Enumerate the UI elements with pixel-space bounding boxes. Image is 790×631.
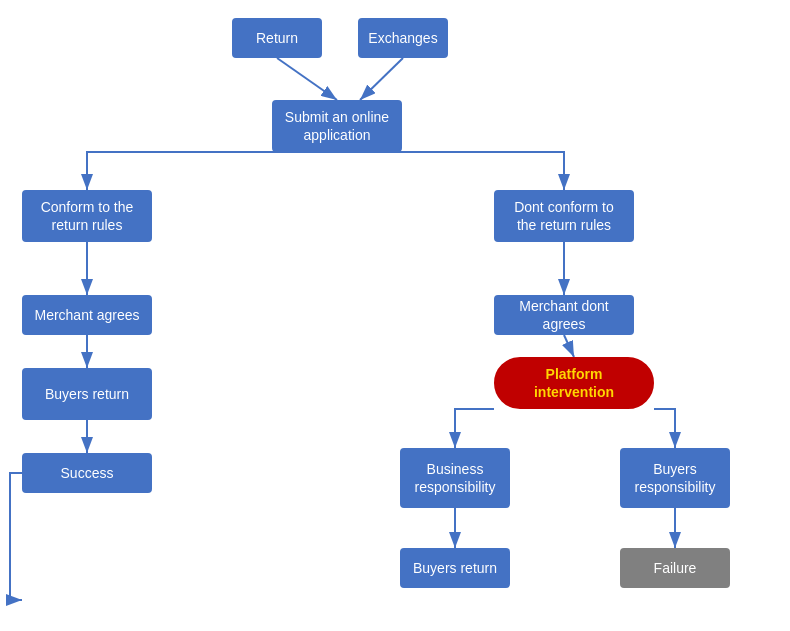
business-resp-node: Business responsibility — [400, 448, 510, 508]
platform-node: Platform intervention — [494, 357, 654, 409]
merchant-dont-node: Merchant dont agrees — [494, 295, 634, 335]
exchanges-node: Exchanges — [358, 18, 448, 58]
dont-conform-node: Dont conform to the return rules — [494, 190, 634, 242]
svg-line-2 — [360, 58, 403, 100]
flowchart-diagram: Return Exchanges Submit an online applic… — [0, 0, 790, 631]
svg-line-7 — [564, 335, 574, 357]
buyers-return-mid-node: Buyers return — [400, 548, 510, 588]
buyers-resp-node: Buyers responsibility — [620, 448, 730, 508]
success-node: Success — [22, 453, 152, 493]
conform-node: Conform to the return rules — [22, 190, 152, 242]
buyers-return-left-node: Buyers return — [22, 368, 152, 420]
failure-node: Failure — [620, 548, 730, 588]
merchant-agrees-node: Merchant agrees — [22, 295, 152, 335]
submit-node: Submit an online application — [272, 100, 402, 152]
return-node: Return — [232, 18, 322, 58]
svg-line-1 — [277, 58, 337, 100]
